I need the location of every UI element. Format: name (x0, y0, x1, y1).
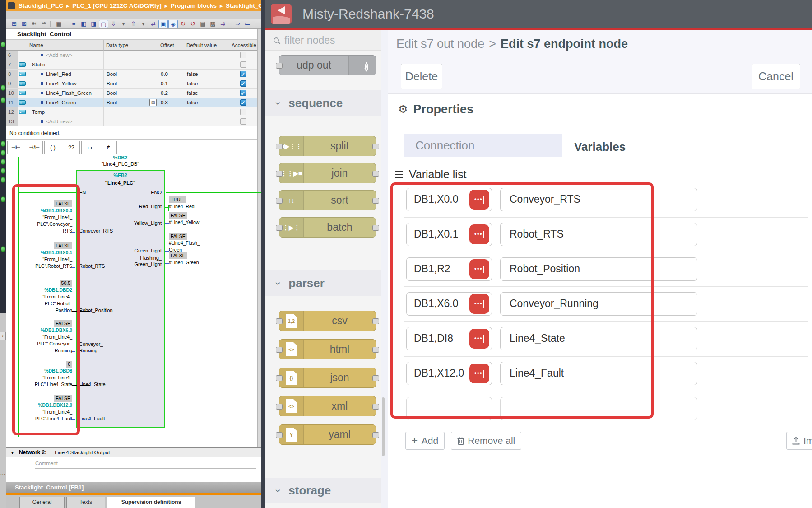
node-input-port[interactable] (276, 63, 283, 69)
palette-section-storage[interactable]: › storage (265, 478, 381, 503)
snapshot-icon[interactable]: ◈ (168, 20, 178, 28)
empty-box-icon[interactable]: ?? (63, 141, 80, 154)
comment-icon[interactable]: ▢ (99, 20, 108, 28)
merge-window-icon[interactable]: ◨ (89, 20, 98, 28)
add-variable-button[interactable]: +Add (405, 432, 445, 450)
datatype-picker-button[interactable]: ▤ (149, 99, 157, 106)
fbd-output-operand[interactable]: FALSE #Line4_Flash_ Green (169, 233, 227, 253)
network-comment[interactable]: Comment (35, 458, 256, 469)
accessible-checkbox[interactable] (240, 52, 246, 58)
variable-name-input[interactable] (500, 397, 697, 420)
upload-from-device-icon[interactable]: ⇑ (129, 20, 138, 28)
coil-icon[interactable]: ( ) (44, 141, 61, 154)
expand-all-icon[interactable]: ≡ (69, 20, 79, 28)
sync-icon[interactable]: ⇄ (148, 20, 158, 28)
column-header[interactable]: Name (27, 40, 104, 51)
accessible-checkbox[interactable] (240, 118, 246, 125)
breadcrumb-item[interactable]: Program blocks (171, 2, 226, 9)
close-branch-icon[interactable]: ↱ (100, 141, 117, 154)
column-header[interactable]: Offset (158, 40, 184, 51)
tab-properties[interactable]: ⚙ Properties (390, 96, 546, 122)
fbd-input-operand[interactable]: 50.5 %DB1.DBD2 "From_Line4_ PLC".Robot_ … (6, 280, 72, 314)
fbd-input-operand[interactable]: FALSE %DB1.DBX12.0 "From_Line4_ PLC".Lin… (6, 395, 72, 422)
variable-name-input[interactable]: Conveyor_Running (500, 292, 697, 316)
go-offline-icon[interactable]: ↺ (188, 20, 198, 28)
fbd-input-operand[interactable]: FALSE %DB1.DBX0.0 "From_Line4_ PLC".Conv… (6, 200, 72, 234)
search-input[interactable] (284, 34, 370, 47)
breadcrumb-parent[interactable]: Edit s7 out node (396, 37, 484, 51)
delete-button[interactable]: Delete (401, 64, 442, 89)
palette-node-sort[interactable]: › ↑↓ sort (279, 190, 376, 210)
node-input-port[interactable] (276, 432, 283, 438)
collapse-network-icon[interactable]: ▼ (10, 451, 14, 455)
address-helper-button[interactable]: ••• (469, 294, 489, 314)
table-row[interactable]: 11 Line4_Green Bool▤ 0.3 false (6, 98, 257, 107)
tab-connection[interactable]: Connection (404, 134, 562, 157)
table-row[interactable]: 13 <Add new> ▤ (6, 117, 257, 126)
split-window-icon[interactable]: ◧ (79, 20, 88, 28)
import-button[interactable]: Imp (786, 432, 812, 450)
address-helper-button[interactable]: ••• (469, 190, 489, 210)
node-input-port[interactable] (276, 375, 283, 381)
node-input-port[interactable] (276, 171, 283, 177)
table-row[interactable]: 7 Static ▤ (6, 60, 257, 70)
column-header[interactable] (18, 40, 27, 51)
palette-node-html[interactable]: › <> html (279, 339, 376, 359)
node-output-port[interactable] (372, 318, 379, 324)
cancel-button[interactable]: Cancel (752, 64, 800, 89)
update-block-calls-icon[interactable]: ≌ (39, 20, 49, 28)
palette-node-csv[interactable]: › 1,2 csv (279, 311, 376, 331)
address-helper-button[interactable]: ••• (469, 364, 489, 383)
palette-section-parser[interactable]: › parser (265, 270, 381, 296)
column-header[interactable]: Data type (104, 40, 158, 51)
fbd-output-operand[interactable]: FALSE #Line4_Green (169, 252, 227, 266)
table-row[interactable]: 8 Line4_Red Bool▤ 0.0 false (6, 70, 257, 79)
palette-node-batch[interactable]: › ⋮▶⋮ batch (279, 217, 376, 238)
contact-nc-icon[interactable]: ⊣/⊢ (26, 141, 43, 154)
node-output-port[interactable] (372, 432, 379, 438)
column-header[interactable]: Accessible f... (229, 40, 257, 51)
jump-to-icon[interactable]: ⇒ (233, 20, 242, 28)
palette-node-xml[interactable]: › <> xml (279, 396, 376, 416)
download-options-icon[interactable]: ▾ (119, 20, 128, 28)
palette-node-json[interactable]: › {} json (279, 368, 376, 388)
upload-options-icon[interactable]: ▾ (139, 20, 148, 28)
instance-db-label[interactable]: %DB2 "Line4_PLC_DB" (76, 154, 165, 167)
node-output-port[interactable] (372, 225, 379, 231)
palette-scrollbar-thumb[interactable] (382, 397, 385, 456)
accessible-checkbox[interactable] (240, 90, 246, 96)
table-row[interactable]: 6 <Add new> ▤ (6, 51, 257, 60)
palette-section-sequence[interactable]: › sequence (265, 90, 381, 116)
node-output-port[interactable] (372, 171, 379, 177)
variable-name-input[interactable]: Line4_Fault (500, 362, 697, 385)
palette-node-join[interactable]: › ⋮⋮▶■ join (279, 163, 376, 183)
fbd-input-operand[interactable]: 0 %DB1.DBD8 "From_Line4_ PLC".Line4_Stat… (6, 361, 72, 388)
palette-node-split[interactable]: › ■▶⋮⋮ split (279, 136, 376, 156)
table-row[interactable]: 12 Temp ▤ (6, 107, 257, 117)
fbd-input-operand[interactable]: FALSE %DB1.DBX6.0 "From_Line4_ PLC".Conv… (6, 320, 72, 354)
variable-address-input[interactable] (406, 397, 492, 420)
address-helper-button[interactable]: ••• (469, 259, 489, 279)
variable-name-input[interactable]: Line4_State (500, 327, 697, 350)
node-output-port[interactable] (372, 404, 379, 410)
insert-row-icon[interactable]: ⊞ (9, 20, 19, 28)
node-input-port[interactable] (276, 347, 283, 353)
node-output-port[interactable] (372, 144, 379, 149)
accessible-checkbox[interactable] (240, 99, 246, 106)
palette-node-yaml[interactable]: › Y yaml (279, 424, 376, 445)
structure-icon[interactable]: ≔ (243, 20, 252, 28)
fbd-output-operand[interactable]: FALSE #Line4_Yellow (169, 212, 227, 226)
network-2-header[interactable]: ▼Network 2:Line 4 Stacklight Output (6, 447, 261, 457)
accessible-checkbox[interactable] (240, 80, 246, 87)
tab-variables[interactable]: Variables (563, 134, 724, 160)
accessible-checkbox[interactable] (240, 61, 246, 68)
breadcrumb-item[interactable]: Stacklight_PLC (19, 2, 72, 9)
palette-node-udp-out[interactable]: › udp out (279, 55, 376, 75)
node-output-port[interactable] (372, 198, 379, 204)
expand-pane-icon[interactable]: › (0, 332, 6, 340)
breadcrumb-item[interactable]: Stacklight_Contr (226, 2, 261, 9)
inspector-tab[interactable]: General (19, 497, 65, 508)
address-helper-button[interactable]: ••• (469, 329, 489, 349)
column-header[interactable] (6, 40, 18, 51)
accessible-checkbox[interactable] (240, 109, 246, 115)
